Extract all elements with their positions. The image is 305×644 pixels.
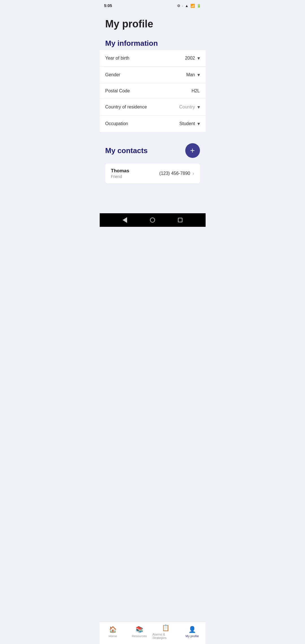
nav-home[interactable]: 🏠 Home: [100, 626, 126, 638]
contact-relation: Friend: [111, 174, 129, 179]
back-icon: [123, 217, 127, 223]
status-bar: 5:05 ⚙ · ▲ 📶 🔋: [100, 0, 206, 11]
nav-home-label: Home: [109, 634, 117, 638]
country-of-residence-field[interactable]: Country of residence Country ▾: [100, 99, 206, 116]
profile-icon: 👤: [188, 626, 196, 633]
nav-alarms-label: Alarms & Strategies: [152, 633, 179, 639]
contact-info: Thomas Friend: [111, 168, 129, 179]
gender-field[interactable]: Gender Man ▾: [100, 67, 206, 83]
country-dropdown-icon: ▾: [197, 104, 200, 110]
year-of-birth-value: 2002: [185, 56, 195, 61]
add-contact-button[interactable]: +: [185, 143, 200, 158]
recents-icon: [178, 218, 182, 222]
chevron-right-icon: ›: [193, 171, 194, 177]
contact-phone: (123) 456-7890: [159, 171, 190, 176]
contact-right: (123) 456-7890 ›: [159, 171, 194, 177]
recents-button[interactable]: [177, 217, 183, 223]
android-nav-bar: [100, 213, 206, 227]
my-contacts-section: My contacts + Thomas Friend (123) 456-78…: [100, 136, 206, 188]
contact-name: Thomas: [111, 168, 129, 174]
occupation-value-wrapper[interactable]: Student ▾: [179, 121, 200, 127]
fields-container: Year of birth 2002 ▾ Gender Man ▾ Postal…: [100, 50, 206, 132]
nav-resources[interactable]: 📚 Resources: [126, 626, 152, 638]
occupation-value: Student: [179, 121, 195, 126]
signal-icon: 📶: [190, 4, 195, 8]
back-button[interactable]: [122, 217, 128, 223]
country-of-residence-label: Country of residence: [105, 105, 179, 110]
country-value: Country: [179, 105, 195, 110]
dot-icon: ·: [182, 4, 183, 8]
occupation-dropdown-icon: ▾: [197, 121, 200, 127]
home-icon: 🏠: [109, 626, 117, 633]
postal-code-label: Postal Code: [105, 88, 192, 93]
postal-code-value-wrapper: H2L: [191, 88, 200, 93]
battery-icon: 🔋: [197, 4, 201, 8]
add-icon: +: [190, 147, 195, 155]
contacts-header: My contacts +: [105, 143, 200, 158]
resources-icon: 📚: [136, 626, 143, 633]
gender-dropdown-icon: ▾: [197, 72, 200, 78]
alarms-icon: 📋: [162, 624, 169, 632]
nav-resources-label: Resources: [132, 634, 147, 638]
gender-value: Man: [186, 72, 195, 77]
page-title: My profile: [105, 18, 200, 30]
nav-my-profile[interactable]: 👤 My profile: [179, 626, 206, 638]
status-time: 5:05: [104, 3, 112, 8]
year-of-birth-label: Year of birth: [105, 56, 185, 61]
nav-profile-label: My profile: [186, 634, 199, 638]
occupation-field[interactable]: Occupation Student ▾: [100, 116, 206, 132]
settings-icon: ⚙: [177, 4, 180, 8]
page-title-section: My profile: [100, 11, 206, 34]
gender-label: Gender: [105, 72, 186, 77]
occupation-label: Occupation: [105, 121, 180, 126]
wifi-icon: ▲: [185, 4, 189, 8]
my-information-title: My information: [100, 34, 206, 50]
year-of-birth-dropdown-icon: ▾: [197, 55, 200, 61]
home-button[interactable]: [150, 217, 155, 223]
status-icons: ⚙ · ▲ 📶 🔋: [177, 4, 201, 8]
my-contacts-title: My contacts: [105, 146, 148, 155]
postal-code-value: H2L: [191, 88, 200, 93]
country-value-wrapper[interactable]: Country ▾: [179, 104, 200, 110]
my-information-section: My information Year of birth 2002 ▾ Gend…: [100, 34, 206, 136]
nav-alarms-strategies[interactable]: 📋 Alarms & Strategies: [152, 624, 179, 639]
home-circle-icon: [150, 217, 155, 223]
year-of-birth-field[interactable]: Year of birth 2002 ▾: [100, 50, 206, 67]
gender-value-wrapper[interactable]: Man ▾: [186, 72, 200, 78]
contact-item[interactable]: Thomas Friend (123) 456-7890 ›: [105, 164, 200, 183]
bottom-nav: 🏠 Home 📚 Resources 📋 Alarms & Strategies…: [100, 622, 206, 644]
year-of-birth-value-wrapper[interactable]: 2002 ▾: [185, 55, 200, 61]
postal-code-field[interactable]: Postal Code H2L: [100, 83, 206, 99]
